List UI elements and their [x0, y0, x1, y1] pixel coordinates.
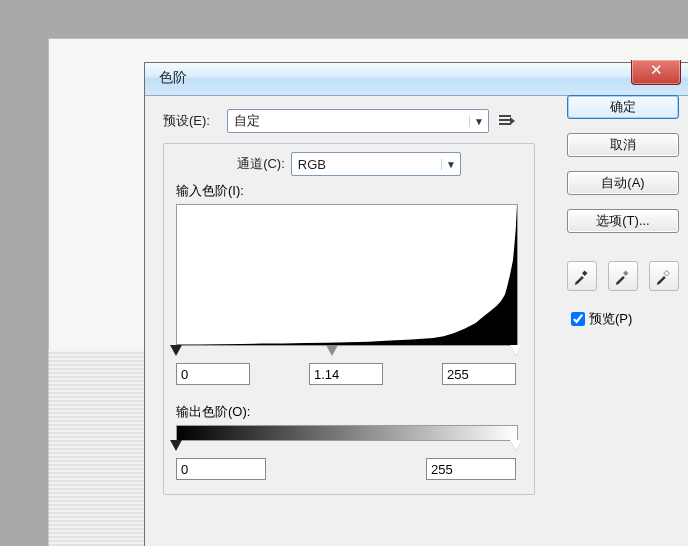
titlebar[interactable]: 色阶 ✕: [145, 63, 688, 96]
eyedropper-icon: [573, 267, 591, 285]
highlight-input[interactable]: [442, 363, 516, 385]
channel-label: 通道(C):: [237, 155, 285, 173]
input-values-row: [176, 363, 516, 385]
output-values-row: [176, 458, 516, 480]
output-slider-track[interactable]: [176, 440, 516, 452]
shadow-input[interactable]: [176, 363, 250, 385]
preview-label: 预览(P): [589, 310, 632, 328]
output-high-slider[interactable]: [510, 440, 522, 451]
cancel-button[interactable]: 取消: [567, 133, 679, 157]
options-button[interactable]: 选项(T)...: [567, 209, 679, 233]
channel-value: RGB: [292, 157, 441, 172]
preset-combo[interactable]: 自定 ▼: [227, 109, 489, 133]
dialog-body: 预设(E): 自定 ▼ 通道(C): RGB ▼ 输入色阶(I):: [145, 95, 688, 546]
preview-checkbox[interactable]: [571, 312, 585, 326]
input-slider-track[interactable]: [176, 345, 516, 357]
eyedropper-icon: [614, 267, 632, 285]
preview-checkbox-row[interactable]: 预览(P): [567, 309, 679, 329]
output-low-input[interactable]: [176, 458, 266, 480]
close-icon: ✕: [650, 61, 663, 78]
channel-row: 通道(C): RGB ▼: [176, 152, 522, 176]
eyedropper-white[interactable]: [649, 261, 679, 291]
histogram: [176, 204, 518, 346]
preset-value: 自定: [228, 112, 469, 130]
output-high-input[interactable]: [426, 458, 516, 480]
ok-button[interactable]: 确定: [567, 95, 679, 119]
midtone-input[interactable]: [309, 363, 383, 385]
shadow-slider[interactable]: [170, 345, 182, 356]
right-column: 确定 取消 自动(A) 选项(T)... 预览(P): [567, 95, 679, 329]
eyedropper-black[interactable]: [567, 261, 597, 291]
highlight-slider[interactable]: [510, 345, 522, 356]
background-sketch: [48, 350, 158, 546]
chevron-down-icon: ▼: [441, 159, 460, 170]
preset-label: 预设(E):: [163, 112, 227, 130]
levels-dialog: 色阶 ✕ 预设(E): 自定 ▼ 通道(C): RGB ▼ 输入色阶(I):: [144, 62, 688, 546]
output-low-slider[interactable]: [170, 440, 182, 451]
histogram-svg: [177, 205, 517, 345]
close-button[interactable]: ✕: [631, 60, 681, 85]
eyedropper-icon: [655, 267, 673, 285]
input-levels-label: 输入色阶(I):: [176, 182, 522, 200]
eyedropper-row: [567, 261, 679, 291]
midtone-slider[interactable]: [326, 345, 338, 356]
channel-combo[interactable]: RGB ▼: [291, 152, 461, 176]
levels-group: 通道(C): RGB ▼ 输入色阶(I):: [163, 143, 535, 495]
output-levels-label: 输出色阶(O):: [176, 403, 522, 421]
eyedropper-gray[interactable]: [608, 261, 638, 291]
preset-menu-icon[interactable]: [499, 113, 515, 129]
output-gradient: [176, 425, 518, 441]
window-title: 色阶: [159, 69, 187, 87]
auto-button[interactable]: 自动(A): [567, 171, 679, 195]
chevron-down-icon: ▼: [469, 116, 488, 127]
